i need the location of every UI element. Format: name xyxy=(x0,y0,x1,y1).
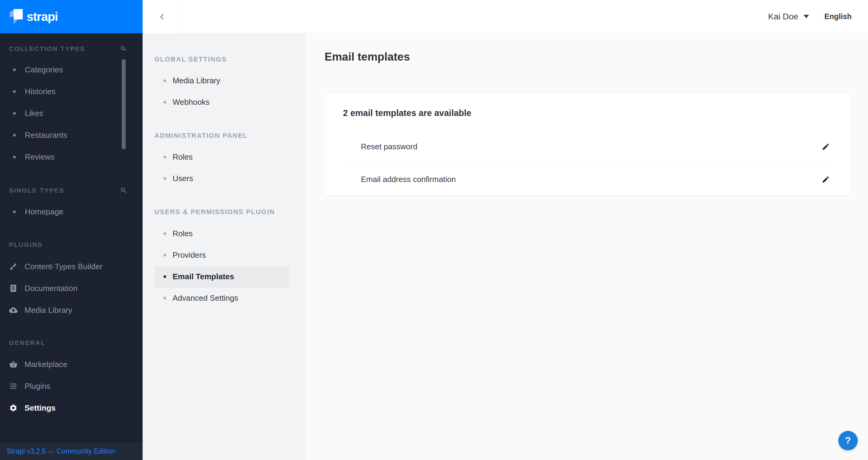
basket-icon xyxy=(9,360,18,369)
bullet-icon xyxy=(13,134,16,136)
settings-item-advanced-settings[interactable]: Advanced Settings xyxy=(154,287,289,309)
locale-button[interactable]: English xyxy=(825,12,851,21)
bullet-icon xyxy=(163,254,166,256)
section-title: COLLECTION TYPES xyxy=(9,45,85,52)
strapi-logo[interactable]: strapi xyxy=(0,0,143,33)
sidebar-item-histories[interactable]: Histories xyxy=(9,81,133,102)
sidebar-item-likes[interactable]: Likes xyxy=(9,102,133,124)
main-sidebar: strapi COLLECTION TYPES Categories Histo… xyxy=(0,0,143,460)
bullet-icon xyxy=(163,156,166,158)
template-label: Reset password xyxy=(342,142,417,151)
sidebar-item-settings[interactable]: Settings xyxy=(9,397,133,419)
edit-template-button[interactable] xyxy=(819,140,832,153)
sidebar-item-marketplace[interactable]: Marketplace xyxy=(9,354,133,375)
bullet-icon xyxy=(13,211,16,213)
settings-item-webhooks[interactable]: Webhooks xyxy=(154,91,289,113)
help-button[interactable]: ? xyxy=(838,431,858,450)
sidebar-item-reviews[interactable]: Reviews xyxy=(9,146,133,168)
section-title: GLOBAL SETTINGS xyxy=(154,55,306,64)
edit-template-button[interactable] xyxy=(819,173,832,186)
settings-item-up-roles[interactable]: Roles xyxy=(154,223,289,244)
sidebar-section-collection-types: COLLECTION TYPES Categories Histories Li… xyxy=(9,44,133,168)
section-title: SINGLE TYPES xyxy=(9,187,64,194)
template-label: Email address confirmation xyxy=(342,175,456,184)
pencil-icon xyxy=(822,143,830,151)
sidebar-footer: Strapi v3.2.5 — Community Edition xyxy=(0,443,143,460)
brush-icon xyxy=(9,262,18,271)
search-icon[interactable] xyxy=(120,45,127,52)
chevron-left-icon xyxy=(157,11,167,22)
settings-subnav: GLOBAL SETTINGS Media Library Webhooks A… xyxy=(143,33,306,460)
bullet-icon xyxy=(13,90,16,93)
settings-item-admin-roles[interactable]: Roles xyxy=(154,146,289,168)
back-button[interactable] xyxy=(143,0,182,33)
sidebar-item-documentation[interactable]: Documentation xyxy=(9,277,133,299)
bullet-icon xyxy=(13,156,16,158)
main-content: Email templates 2 email templates are av… xyxy=(306,33,868,460)
page-title: Email templates xyxy=(324,50,868,64)
user-menu[interactable]: Kai Doe xyxy=(768,12,809,22)
sidebar-item-media-library[interactable]: Media Library xyxy=(9,299,133,321)
section-title: GENERAL xyxy=(9,339,45,346)
bullet-icon xyxy=(163,101,166,103)
pencil-icon xyxy=(822,175,830,184)
strapi-admin-app: strapi COLLECTION TYPES Categories Histo… xyxy=(0,0,868,460)
bullet-icon xyxy=(163,297,166,300)
sidebar-section-plugins: PLUGINS Content-Types Builder Documentat… xyxy=(9,240,133,321)
bullet-icon xyxy=(163,232,166,235)
settings-section-global: GLOBAL SETTINGS Media Library Webhooks xyxy=(154,55,306,113)
sidebar-item-categories[interactable]: Categories xyxy=(9,59,133,81)
sidebar-item-plugins[interactable]: Plugins xyxy=(9,375,133,397)
template-row-email-confirmation: Email address confirmation xyxy=(342,163,833,195)
bullet-icon xyxy=(163,275,166,278)
bullet-icon xyxy=(163,177,166,180)
sidebar-item-homepage[interactable]: Homepage xyxy=(9,201,133,222)
settings-item-media-library[interactable]: Media Library xyxy=(154,70,289,91)
sidebar-section-single-types: SINGLE TYPES Homepage xyxy=(9,186,133,222)
sidebar-item-restaurants[interactable]: Restaurants xyxy=(9,124,133,146)
section-title: PLUGINS xyxy=(9,241,43,248)
sidebar-section-general: GENERAL Marketplace Plugins Settings xyxy=(9,338,133,419)
settings-item-email-templates[interactable]: Email Templates xyxy=(154,266,289,287)
settings-item-providers[interactable]: Providers xyxy=(154,244,289,266)
gear-icon xyxy=(9,404,18,412)
template-list: Reset password Email address confirmatio… xyxy=(342,130,833,195)
topbar: Kai Doe English xyxy=(143,0,868,33)
settings-item-admin-users[interactable]: Users xyxy=(154,168,289,189)
sidebar-scrollbar-thumb[interactable] xyxy=(122,59,126,149)
book-icon xyxy=(9,284,18,293)
bullet-icon xyxy=(13,112,16,115)
section-title: ADMINISTRATION PANEL xyxy=(154,131,306,140)
bullet-icon xyxy=(13,68,16,71)
bullet-icon xyxy=(163,79,166,82)
caret-down-icon xyxy=(804,15,809,18)
sidebar-item-content-types-builder[interactable]: Content-Types Builder xyxy=(9,255,133,277)
strapi-logo-mark-icon xyxy=(9,9,23,25)
list-icon xyxy=(9,382,18,390)
strapi-logo-text: strapi xyxy=(27,10,58,24)
card-title: 2 email templates are available xyxy=(342,107,833,119)
settings-section-users-permissions: USERS & PERMISSIONS PLUGIN Roles Provide… xyxy=(154,208,306,309)
sidebar-nav: COLLECTION TYPES Categories Histories Li… xyxy=(0,44,143,419)
strapi-version-link[interactable]: Strapi v3.2.5 — Community Edition xyxy=(7,447,115,456)
email-templates-card: 2 email templates are available Reset pa… xyxy=(324,94,851,195)
search-icon[interactable] xyxy=(120,187,127,194)
topbar-divider xyxy=(822,10,823,23)
settings-section-administration-panel: ADMINISTRATION PANEL Roles Users xyxy=(154,131,306,189)
section-title: USERS & PERMISSIONS PLUGIN xyxy=(154,208,306,217)
user-name: Kai Doe xyxy=(768,12,798,22)
template-row-reset-password: Reset password xyxy=(342,130,833,163)
cloud-upload-icon xyxy=(9,306,18,314)
